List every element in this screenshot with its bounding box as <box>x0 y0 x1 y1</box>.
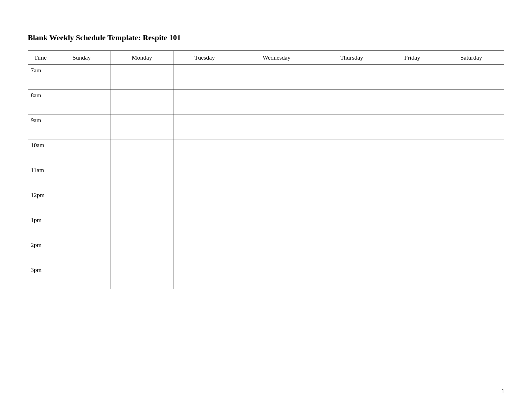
table-row: 7am <box>28 65 504 90</box>
schedule-cell[interactable] <box>386 65 438 90</box>
header-thursday: Thursday <box>317 51 386 65</box>
schedule-cell[interactable] <box>173 189 236 214</box>
schedule-cell[interactable] <box>438 139 504 164</box>
schedule-cell[interactable] <box>317 90 386 114</box>
schedule-cell[interactable] <box>236 164 317 189</box>
time-cell-7am: 7am <box>28 65 53 90</box>
schedule-table: Time Sunday Monday Tuesday Wednesday Thu… <box>28 50 504 289</box>
schedule-cell[interactable] <box>53 264 111 289</box>
schedule-cell[interactable] <box>317 139 386 164</box>
table-row: 10am <box>28 139 504 164</box>
header-saturday: Saturday <box>438 51 504 65</box>
schedule-cell[interactable] <box>111 214 173 239</box>
time-cell-8am: 8am <box>28 90 53 114</box>
schedule-cell[interactable] <box>53 90 111 114</box>
table-row: 3pm <box>28 264 504 289</box>
table-row: 12pm <box>28 189 504 214</box>
time-cell-2pm: 2pm <box>28 239 53 264</box>
table-row: 11am <box>28 164 504 189</box>
schedule-cell[interactable] <box>386 114 438 139</box>
page-number: 1 <box>502 388 504 394</box>
schedule-cell[interactable] <box>111 164 173 189</box>
schedule-cell[interactable] <box>438 239 504 264</box>
schedule-cell[interactable] <box>236 189 317 214</box>
schedule-cell[interactable] <box>317 164 386 189</box>
schedule-cell[interactable] <box>236 239 317 264</box>
header-friday: Friday <box>386 51 438 65</box>
schedule-cell[interactable] <box>438 114 504 139</box>
schedule-cell[interactable] <box>386 189 438 214</box>
schedule-cell[interactable] <box>53 139 111 164</box>
schedule-cell[interactable] <box>173 239 236 264</box>
schedule-cell[interactable] <box>317 189 386 214</box>
schedule-cell[interactable] <box>53 239 111 264</box>
schedule-cell[interactable] <box>438 90 504 114</box>
schedule-cell[interactable] <box>53 189 111 214</box>
time-cell-3pm: 3pm <box>28 264 53 289</box>
schedule-cell[interactable] <box>111 90 173 114</box>
table-row: 1pm <box>28 214 504 239</box>
schedule-cell[interactable] <box>236 214 317 239</box>
table-row: 9am <box>28 114 504 139</box>
schedule-cell[interactable] <box>53 65 111 90</box>
schedule-cell[interactable] <box>386 139 438 164</box>
header-time: Time <box>28 51 53 65</box>
schedule-cell[interactable] <box>111 139 173 164</box>
page-container: Blank Weekly Schedule Template: Respite … <box>0 0 532 411</box>
schedule-cell[interactable] <box>173 139 236 164</box>
schedule-cell[interactable] <box>386 264 438 289</box>
schedule-cell[interactable] <box>236 65 317 90</box>
schedule-cell[interactable] <box>438 164 504 189</box>
schedule-cell[interactable] <box>53 214 111 239</box>
schedule-cell[interactable] <box>386 239 438 264</box>
schedule-cell[interactable] <box>317 214 386 239</box>
schedule-cell[interactable] <box>317 65 386 90</box>
schedule-cell[interactable] <box>386 90 438 114</box>
table-row: 2pm <box>28 239 504 264</box>
schedule-cell[interactable] <box>236 90 317 114</box>
schedule-cell[interactable] <box>173 65 236 90</box>
schedule-cell[interactable] <box>111 114 173 139</box>
schedule-cell[interactable] <box>53 164 111 189</box>
schedule-cell[interactable] <box>236 139 317 164</box>
schedule-cell[interactable] <box>173 164 236 189</box>
schedule-cell[interactable] <box>438 65 504 90</box>
schedule-cell[interactable] <box>386 164 438 189</box>
header-wednesday: Wednesday <box>236 51 317 65</box>
schedule-cell[interactable] <box>438 189 504 214</box>
schedule-cell[interactable] <box>173 90 236 114</box>
schedule-cell[interactable] <box>173 214 236 239</box>
time-cell-9am: 9am <box>28 114 53 139</box>
header-sunday: Sunday <box>53 51 111 65</box>
page-title: Blank Weekly Schedule Template: Respite … <box>28 33 504 42</box>
schedule-cell[interactable] <box>53 114 111 139</box>
header-tuesday: Tuesday <box>173 51 236 65</box>
schedule-cell[interactable] <box>317 264 386 289</box>
schedule-cell[interactable] <box>111 65 173 90</box>
schedule-cell[interactable] <box>111 189 173 214</box>
schedule-cell[interactable] <box>317 239 386 264</box>
schedule-cell[interactable] <box>236 264 317 289</box>
time-cell-12pm: 12pm <box>28 189 53 214</box>
schedule-cell[interactable] <box>111 264 173 289</box>
time-cell-10am: 10am <box>28 139 53 164</box>
schedule-cell[interactable] <box>173 264 236 289</box>
table-row: 8am <box>28 90 504 114</box>
schedule-cell[interactable] <box>111 239 173 264</box>
schedule-cell[interactable] <box>438 214 504 239</box>
time-cell-11am: 11am <box>28 164 53 189</box>
header-row: Time Sunday Monday Tuesday Wednesday Thu… <box>28 51 504 65</box>
schedule-cell[interactable] <box>386 214 438 239</box>
schedule-cell[interactable] <box>438 264 504 289</box>
time-cell-1pm: 1pm <box>28 214 53 239</box>
schedule-cell[interactable] <box>236 114 317 139</box>
header-monday: Monday <box>111 51 173 65</box>
schedule-cell[interactable] <box>317 114 386 139</box>
schedule-cell[interactable] <box>173 114 236 139</box>
